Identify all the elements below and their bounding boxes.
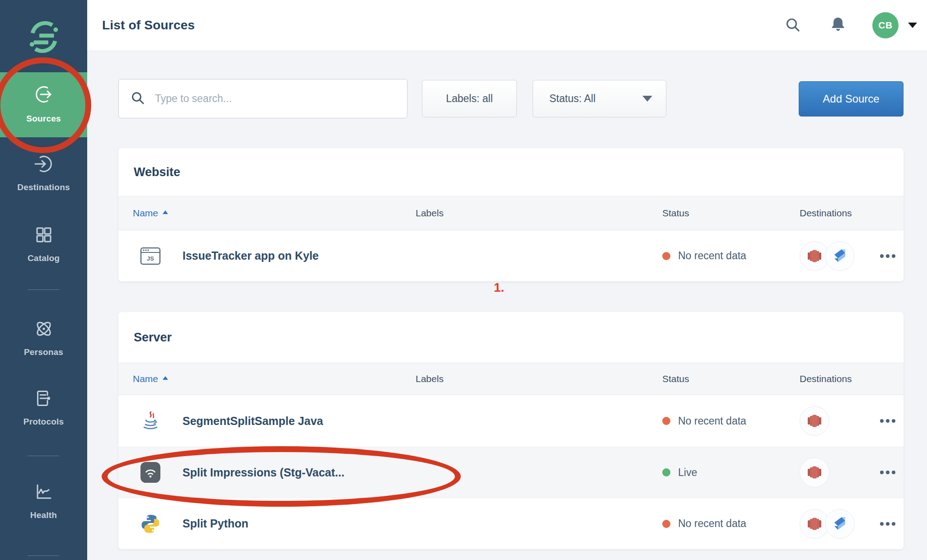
- more-options-button[interactable]: [876, 466, 900, 479]
- sidebar: Sources Destinations Catalog: [0, 0, 87, 560]
- sidebar-item-label: Health: [30, 510, 57, 520]
- destinations-cell: [800, 457, 867, 487]
- sidebar-item-health[interactable]: Health: [0, 481, 87, 520]
- table-row[interactable]: Split Impressions (Stg-Vacat... Live: [118, 447, 904, 498]
- add-source-button[interactable]: Add Source: [799, 81, 904, 117]
- redshift-destination-icon[interactable]: [800, 457, 829, 487]
- source-name: SegmentSplitSample Java: [183, 415, 323, 428]
- column-header-name[interactable]: Name: [118, 373, 416, 384]
- row-actions-cell: [867, 415, 904, 427]
- source-name-cell: Split Impressions (Stg-Vacat...: [118, 462, 416, 483]
- table-row[interactable]: SegmentSplitSample Java No recent data: [118, 395, 904, 447]
- status-text: No recent data: [678, 250, 746, 262]
- column-header-destinations: Destinations: [800, 373, 867, 384]
- sidebar-item-label: Catalog: [28, 253, 60, 263]
- sources-icon: [33, 84, 54, 105]
- labels-filter-button[interactable]: Labels: all: [422, 80, 517, 117]
- header-actions: CB: [785, 12, 917, 38]
- section-title: Website: [134, 165, 180, 179]
- sidebar-item-protocols[interactable]: Protocols: [0, 388, 87, 427]
- sidebar-item-label: Destinations: [17, 182, 70, 192]
- top-header: List of Sources CB: [87, 0, 927, 51]
- section-title-block: Server: [118, 312, 904, 363]
- status-cell: No recent data: [662, 415, 800, 427]
- column-header-status: Status: [662, 373, 800, 384]
- source-name-cell: JS IssueTracker app on Kyle: [118, 246, 416, 266]
- status-text: Live: [678, 467, 697, 479]
- column-header-name[interactable]: Name: [118, 208, 416, 219]
- column-header-status: Status: [662, 208, 800, 219]
- stitch-destination-icon[interactable]: [825, 509, 855, 539]
- more-options-button[interactable]: [876, 250, 900, 262]
- source-name-cell: SegmentSplitSample Java: [118, 411, 416, 431]
- column-header-labels: Labels: [416, 373, 662, 384]
- more-options-button[interactable]: [876, 518, 900, 530]
- protocols-icon: [33, 388, 54, 409]
- destinations-cell: [800, 241, 867, 271]
- ellipsis-icon: [880, 419, 884, 423]
- annotation-step-number: 1.: [494, 280, 504, 295]
- sidebar-item-label: Personas: [24, 347, 63, 357]
- status-text: No recent data: [678, 518, 746, 530]
- source-name: Split Impressions (Stg-Vacat...: [183, 466, 344, 479]
- header-search-button[interactable]: [785, 17, 801, 34]
- personas-atom-icon: [33, 318, 54, 339]
- redshift-destination-icon[interactable]: [800, 406, 829, 436]
- column-header-labels: Labels: [416, 208, 662, 219]
- search-icon: [785, 17, 801, 34]
- row-actions-cell: [867, 466, 904, 479]
- sort-ascending-icon: [163, 376, 168, 380]
- status-filter-dropdown[interactable]: Status: All: [533, 80, 666, 117]
- ellipsis-icon: [880, 254, 884, 258]
- javascript-icon: JS: [140, 246, 161, 266]
- status-text: No recent data: [678, 415, 746, 427]
- card-gap: [118, 281, 904, 312]
- chevron-down-icon: [642, 96, 652, 102]
- notifications-button[interactable]: [829, 16, 847, 35]
- destinations-cell: [800, 509, 867, 539]
- status-cell: Live: [662, 467, 800, 479]
- status-cell: No recent data: [662, 518, 800, 530]
- section-title-block: Website: [118, 148, 904, 196]
- sidebar-item-personas[interactable]: Personas: [0, 318, 87, 357]
- table-header: Name Labels Status Destinations: [118, 196, 904, 230]
- more-options-button[interactable]: [876, 415, 900, 427]
- source-name-cell: Split Python: [118, 513, 416, 534]
- column-label: Name: [133, 208, 158, 219]
- section-title: Server: [134, 331, 172, 345]
- row-actions-cell: [867, 250, 904, 262]
- column-label: Name: [133, 373, 158, 384]
- table-header: Name Labels Status Destinations: [118, 363, 904, 395]
- page-title: List of Sources: [102, 18, 195, 33]
- sidebar-item-catalog[interactable]: Catalog: [0, 224, 87, 263]
- status-dot: [662, 520, 670, 528]
- stitch-destination-icon[interactable]: [825, 241, 855, 271]
- main-area: List of Sources CB: [87, 0, 927, 560]
- source-name: IssueTracker app on Kyle: [183, 249, 319, 262]
- sidebar-divider: [28, 456, 59, 456]
- avatar[interactable]: CB: [872, 12, 899, 38]
- destinations-icon: [33, 154, 54, 174]
- ellipsis-icon: [880, 522, 884, 526]
- status-dot: [662, 468, 670, 476]
- website-card: Website Name Labels Status Destinations: [118, 148, 904, 281]
- catalog-grid-icon: [33, 224, 54, 245]
- destinations-cell: [800, 406, 867, 436]
- sidebar-item-destinations[interactable]: Destinations: [0, 154, 87, 192]
- status-cell: No recent data: [662, 250, 800, 262]
- table-row[interactable]: JS IssueTracker app on Kyle No recent da…: [118, 230, 904, 281]
- java-icon: [140, 411, 161, 431]
- segment-logo-icon[interactable]: [26, 19, 62, 55]
- sidebar-item-label: Sources: [26, 114, 61, 124]
- http-api-wifi-icon: [140, 462, 161, 483]
- svg-text:JS: JS: [147, 255, 154, 261]
- python-icon: [140, 513, 161, 534]
- table-row[interactable]: Split Python No recent data: [118, 498, 904, 549]
- content: Labels: all Status: All Add Source Websi…: [87, 51, 927, 560]
- server-card: Server Name Labels Status Destinations: [118, 312, 904, 549]
- search-icon: [131, 91, 145, 107]
- search-input[interactable]: [155, 93, 398, 105]
- account-menu-caret-icon[interactable]: [908, 23, 917, 28]
- sidebar-divider: [28, 289, 59, 290]
- sidebar-item-sources[interactable]: Sources: [0, 72, 87, 137]
